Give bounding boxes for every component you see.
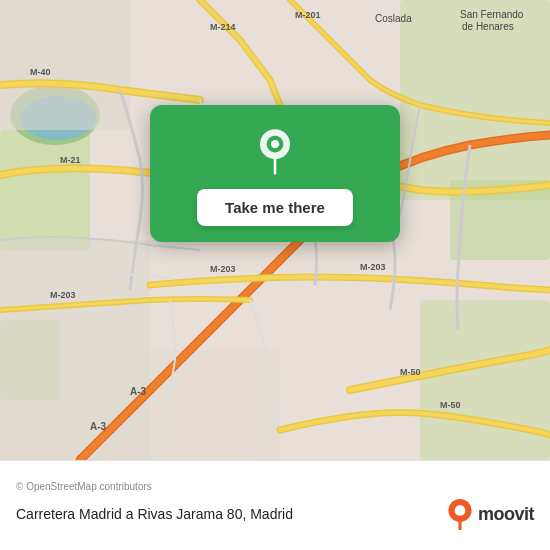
location-pin-icon	[250, 125, 300, 175]
navigation-card: Take me there	[150, 105, 400, 242]
svg-text:M-50: M-50	[440, 400, 461, 410]
svg-text:M-201: M-201	[295, 10, 321, 20]
take-me-there-button[interactable]: Take me there	[197, 189, 353, 226]
svg-rect-0	[0, 130, 90, 250]
svg-text:M-214: M-214	[210, 22, 236, 32]
svg-rect-7	[0, 0, 130, 130]
moovit-wordmark: moovit	[478, 504, 534, 525]
svg-rect-9	[100, 350, 280, 460]
bottom-bar: © OpenStreetMap contributors Carretera M…	[0, 460, 550, 550]
svg-text:A-3: A-3	[130, 386, 147, 397]
svg-text:de Henares: de Henares	[462, 21, 514, 32]
svg-point-28	[455, 505, 466, 516]
svg-text:Coslada: Coslada	[375, 13, 412, 24]
bottom-content: Carretera Madrid a Rivas Jarama 80, Madr…	[16, 498, 534, 530]
svg-text:M-203: M-203	[360, 262, 386, 272]
moovit-logo: moovit	[446, 498, 534, 530]
svg-text:M-21: M-21	[60, 155, 81, 165]
svg-text:San Fernando: San Fernando	[460, 9, 524, 20]
svg-text:M-203: M-203	[210, 264, 236, 274]
svg-text:M-40: M-40	[30, 67, 51, 77]
svg-rect-5	[420, 300, 550, 460]
moovit-pin-icon	[446, 498, 474, 530]
svg-text:M-50: M-50	[400, 367, 421, 377]
location-name: Carretera Madrid a Rivas Jarama 80, Madr…	[16, 506, 446, 522]
svg-point-26	[271, 140, 279, 148]
map-container: M-40 M-214 M-21 A-3 A-3 M-203 M-203 M-20…	[0, 0, 550, 460]
svg-text:M-203: M-203	[50, 290, 76, 300]
map-attribution: © OpenStreetMap contributors	[16, 481, 534, 492]
svg-text:A-3: A-3	[90, 421, 107, 432]
